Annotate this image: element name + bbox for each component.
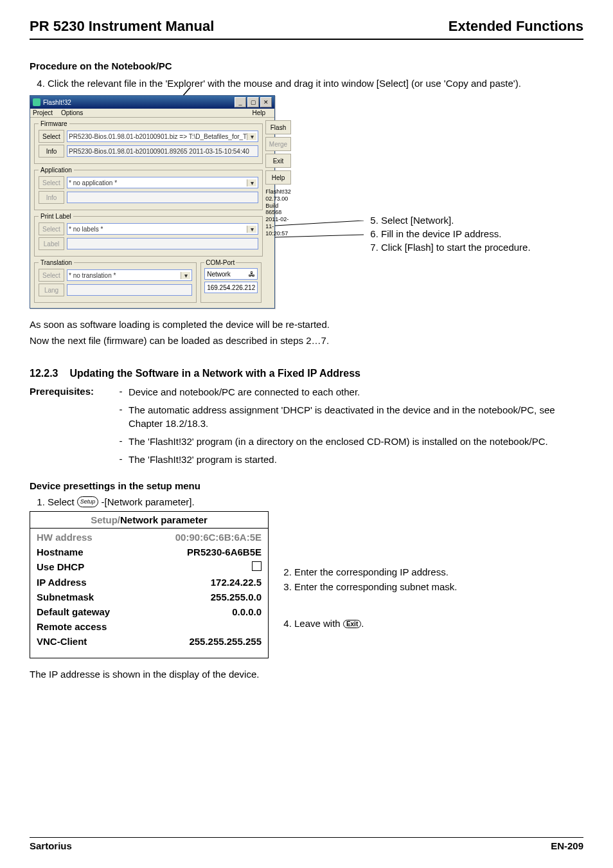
param-label: Default gateway — [37, 606, 110, 617]
chevron-down-icon[interactable]: ▾ — [247, 179, 256, 186]
translation-lang-button: Lang — [39, 284, 64, 296]
checkbox-icon[interactable] — [252, 561, 262, 571]
firmware-select-value: PR5230-Bios.01.98.01-b20100901.biz => T:… — [69, 133, 247, 140]
printlabel-select-field[interactable]: * no labels * ▾ — [67, 223, 258, 235]
merge-button[interactable]: Merge — [265, 137, 291, 151]
param-label: Subnetmask — [37, 592, 94, 602]
app-title: FlashIt!32 — [43, 99, 71, 106]
section-number: 12.2.3 — [30, 368, 58, 379]
device-step-1: Select Setup -[Network parameter]. — [48, 495, 583, 509]
device-step1-post: -[Network parameter]. — [102, 496, 195, 507]
comport-port-value: Network — [207, 271, 231, 278]
printlabel-group: Print Label Select * no labels * ▾ Label — [34, 213, 263, 257]
section-title: Updating the Software in a Network with … — [69, 368, 360, 379]
header-title-left: PR 5230 Instrument Manual — [30, 18, 214, 35]
printlabel-legend: Print Label — [39, 213, 73, 220]
after-line-1: As soon as software loading is completed… — [30, 318, 583, 331]
param-label: HW address — [37, 532, 93, 543]
prereq-item: The automatic address assignment 'DHCP' … — [129, 404, 583, 430]
footer-page: EN-209 — [551, 840, 583, 851]
device-step1-pre: Select — [48, 496, 77, 507]
prereq-item: The 'FlashIt!32' program is started. — [129, 453, 583, 466]
application-select-field[interactable]: * no application * ▾ — [67, 177, 258, 188]
firmware-group: Firmware Select PR5230-Bios.01.98.01-b20… — [34, 120, 263, 164]
comport-port-field[interactable]: Network 🖧 — [204, 268, 258, 280]
panel-side-step-2: Enter the corresponding IP address. — [294, 566, 583, 577]
exit-button[interactable]: Exit — [265, 154, 291, 168]
firmware-select-button[interactable]: Select — [39, 130, 64, 143]
version-line: 2011-02-11-10:20:57 — [265, 216, 291, 237]
param-value: 00:90:6C:6B:6A:5E — [175, 532, 262, 543]
chevron-down-icon[interactable]: ▾ — [247, 226, 256, 233]
setup-icon: Setup — [77, 496, 99, 507]
translation-select-value: * no translation * — [69, 272, 116, 279]
printlabel-select-button[interactable]: Select — [39, 222, 64, 235]
param-value: 0.0.0.0 — [232, 606, 262, 617]
param-value: 255.255.255.255 — [189, 636, 262, 647]
menu-options[interactable]: Options — [61, 109, 83, 116]
firmware-info-button[interactable]: Info — [39, 145, 64, 158]
version-line: 02.73.00 — [265, 195, 291, 203]
firmware-select-field[interactable]: PR5230-Bios.01.98.01-b20100901.biz => T:… — [67, 131, 258, 142]
side-step-5: Select [Network]. — [381, 215, 531, 226]
flashit-window: FlashIt!32 _ ▢ ✕ Project Options Help — [30, 95, 275, 309]
param-value-checkbox[interactable] — [252, 561, 262, 573]
panel-title: Network parameter — [120, 514, 208, 525]
comport-group: COM-Port Network 🖧 169.254.226.212 — [200, 259, 262, 303]
menu-help[interactable]: Help — [252, 109, 265, 116]
firmware-info-field: PR5230-Bios.01.98.01-b20100901.89265 201… — [67, 145, 258, 157]
prereq-item: Device and notebook/PC are connected to … — [129, 386, 583, 399]
panel-side-step-4: Leave with Exit. — [294, 618, 583, 629]
close-button[interactable]: ✕ — [260, 97, 272, 107]
comport-ip-field[interactable]: 169.254.226.212 — [204, 282, 258, 293]
minimize-button[interactable]: _ — [235, 97, 246, 107]
chevron-down-icon[interactable]: ▾ — [181, 272, 190, 279]
version-info: FlashIt!32 02.73.00 Build 86568 2011-02-… — [265, 188, 291, 237]
after2-line: The IP addresse is shown in the display … — [30, 667, 583, 681]
side-step-6: Fill in the device IP address. — [381, 228, 531, 239]
menu-project[interactable]: Project — [33, 109, 53, 116]
panel-side-4-pre: Leave with — [294, 618, 343, 629]
param-value: 172.24.22.5 — [211, 577, 262, 588]
procedure-heading: Procedure on the Notebook/PC — [30, 60, 583, 71]
param-value: PR5230-6A6B5E — [187, 547, 262, 557]
param-label: Hostname — [37, 547, 84, 557]
printlabel-label-button: Label — [39, 237, 64, 250]
footer-brand: Sartorius — [30, 840, 72, 851]
param-label: Use DHCP — [37, 561, 84, 573]
translation-select-field[interactable]: * no translation * ▾ — [67, 269, 192, 281]
printlabel-select-value: * no labels * — [69, 226, 103, 233]
network-parameter-panel: Setup/Network parameter HW address00:90:… — [30, 511, 269, 658]
param-value: 255.255.0.0 — [211, 592, 262, 602]
prereq-label: Prerequisites: — [30, 386, 113, 471]
prereq-list: -Device and notebook/PC are connected to… — [113, 386, 583, 471]
procedure-step-4: Click the relevant file in the 'Explorer… — [48, 77, 583, 90]
chevron-down-icon[interactable]: ▾ — [247, 133, 256, 140]
header-title-right: Extended Functions — [449, 18, 583, 35]
application-info-field — [67, 192, 258, 203]
panel-side-step-3: Enter the corresponding subnet mask. — [294, 581, 583, 592]
device-heading: Device presettings in the setup menu — [30, 480, 583, 491]
application-select-button[interactable]: Select — [39, 176, 64, 189]
app-icon — [33, 98, 40, 106]
exit-icon: Exit — [343, 620, 361, 628]
help-button[interactable]: Help — [265, 170, 291, 185]
application-group: Application Select * no application * ▾ … — [34, 167, 263, 210]
translation-group: Translation Select * no translation * ▾ … — [34, 259, 197, 303]
comport-ip-value: 169.254.226.212 — [207, 284, 255, 291]
param-label: VNC-Client — [37, 636, 87, 647]
version-line: Build 86568 — [265, 203, 291, 217]
firmware-legend: Firmware — [39, 120, 69, 127]
printlabel-label-field — [67, 238, 258, 249]
side-step-7: Click [Flash] to start the procedure. — [381, 242, 531, 253]
prereq-item: The 'FlashIt!32' program (in a directory… — [129, 435, 583, 448]
maximize-button[interactable]: ▢ — [247, 97, 259, 107]
application-select-value: * no application * — [69, 179, 117, 186]
version-line: FlashIt!32 — [265, 188, 291, 195]
after-line-2: Now the next file (firmware) can be load… — [30, 334, 583, 347]
translation-select-button[interactable]: Select — [39, 269, 64, 282]
comport-legend: COM-Port — [204, 259, 236, 266]
firmware-info-value: PR5230-Bios.01.98.01-b20100901.89265 201… — [69, 148, 249, 155]
panel-title-grey: Setup/ — [91, 514, 120, 525]
flash-button[interactable]: Flash — [265, 120, 291, 134]
